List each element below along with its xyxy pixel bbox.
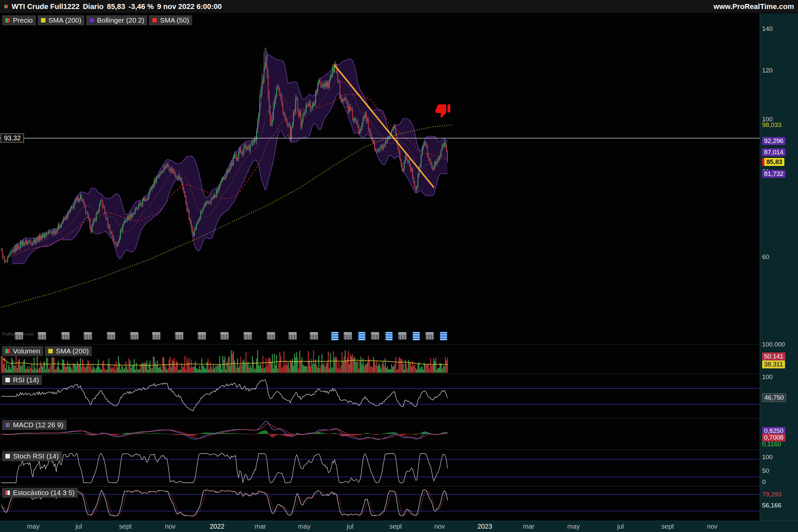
axis-label: 56,166: [762, 501, 781, 509]
main-chart-legend: PrecioSMA (200)Bollinger (20 2)SMA (50): [2, 15, 192, 25]
legend-rsi[interactable]: RSI (14): [2, 375, 42, 385]
calendar-icon[interactable]: [220, 332, 229, 340]
legend-estocastico-swatch: [5, 490, 10, 495]
legend-rsi-label: RSI (14): [13, 376, 39, 384]
legend-sma50-swatch: [152, 18, 157, 23]
document-icon[interactable]: [440, 332, 447, 341]
panel-separator: [0, 486, 760, 487]
legend-precio[interactable]: Precio: [2, 15, 36, 25]
axis-label: 98,033: [762, 121, 781, 129]
legend-sma50-label: SMA (50): [160, 16, 189, 24]
calendar-icon[interactable]: [309, 332, 318, 340]
price-chart-canvas[interactable]: [0, 13, 760, 344]
legend-precio-label: Precio: [13, 16, 33, 24]
timeframe-label: Diario: [83, 2, 103, 11]
calendar-icon[interactable]: [107, 332, 115, 340]
document-icon[interactable]: [413, 332, 420, 341]
axis-label: 46,750: [762, 393, 786, 402]
axis-label: 140: [762, 25, 773, 33]
time-label: sept: [661, 523, 674, 530]
calendar-icon[interactable]: [425, 332, 434, 340]
legend-volumen-label: Volumen: [13, 347, 40, 355]
stoch-rsi-panel-canvas[interactable]: [0, 450, 760, 486]
calendar-icon[interactable]: [175, 332, 184, 340]
legend-estocastico-label: Estocástico (14 3 5): [13, 489, 75, 497]
document-icon[interactable]: [358, 332, 365, 341]
price-level-tag[interactable]: 93,32: [1, 134, 24, 142]
axis-label: 50.141: [762, 353, 785, 360]
time-label: may: [567, 523, 580, 530]
calendar-icon[interactable]: [267, 332, 275, 340]
legend-bollinger-swatch: [89, 18, 94, 23]
thumbs-down-icon: [435, 102, 451, 118]
legend-volumen[interactable]: Volumen: [2, 346, 43, 356]
time-label: sept: [119, 523, 132, 530]
calendar-icon[interactable]: [288, 332, 297, 340]
axis-label: 81,732: [762, 170, 785, 178]
legend-precio-swatch: [5, 18, 10, 23]
calendar-icon[interactable]: [38, 332, 46, 340]
time-label: jul: [75, 523, 82, 530]
calendar-icon[interactable]: [152, 332, 160, 340]
axis-label: 60: [762, 253, 769, 261]
time-label: 2023: [477, 523, 492, 530]
panel-separator: [0, 418, 760, 419]
time-label: nov: [434, 523, 445, 530]
legend-stochrsi-label: Stoch RSI (14): [13, 452, 59, 460]
legend-vol-sma200-label: SMA (200): [56, 347, 89, 355]
thumbs-down-annotation[interactable]: [435, 102, 451, 120]
calendar-icon[interactable]: [243, 332, 252, 340]
time-label: may: [298, 523, 310, 530]
calendar-icon[interactable]: [343, 332, 352, 340]
event-icons-row: [0, 331, 760, 341]
calendar-icon[interactable]: [83, 332, 92, 340]
prorealtime-link[interactable]: www.ProRealTime.com: [714, 2, 794, 11]
rsi-legend: RSI (14): [2, 375, 42, 385]
stoch-rsi-legend: Stoch RSI (14): [2, 451, 62, 461]
document-icon[interactable]: [385, 332, 393, 341]
time-label: nov: [707, 523, 718, 530]
time-axis[interactable]: mayjulseptnov2022marmayjulseptnov2023mar…: [0, 521, 798, 532]
legend-estocastico[interactable]: Estocástico (14 3 5): [2, 488, 78, 498]
axis-label: 50: [762, 467, 769, 475]
legend-sma200-label: SMA (200): [49, 16, 81, 24]
legend-macd-label: MACD (12 26 9): [13, 421, 63, 429]
legend-sma50[interactable]: SMA (50): [149, 15, 192, 25]
axis-label: 85,83: [762, 158, 784, 166]
time-label: may: [27, 523, 40, 530]
legend-vol-sma200[interactable]: SMA (200): [45, 346, 92, 356]
change-percent: -3,46 %: [129, 2, 154, 11]
legend-rsi-swatch: [5, 377, 10, 383]
legend-bollinger[interactable]: Bollinger (20 2): [86, 15, 147, 25]
axis-label: 92,296: [762, 137, 785, 145]
legend-sma200[interactable]: SMA (200): [38, 15, 84, 25]
trading-chart-window: WTI Crude Full1222 Diario 85,83 -3,46 % …: [0, 0, 798, 532]
axis-label: 120: [762, 66, 773, 75]
calendar-icon[interactable]: [398, 332, 407, 340]
price-axis[interactable]: 140120100806098,03392,29687,01485,8381,7…: [760, 13, 798, 521]
rsi-panel-canvas[interactable]: [0, 374, 760, 418]
legend-vol-sma200-swatch: [48, 348, 53, 354]
axis-label: 0: [762, 478, 766, 486]
macd-panel-canvas[interactable]: [0, 418, 760, 450]
time-label: nov: [165, 523, 175, 530]
instrument-icon: [4, 4, 8, 8]
legend-stochrsi[interactable]: Stoch RSI (14): [2, 451, 62, 461]
calendar-icon[interactable]: [15, 332, 23, 340]
calendar-icon[interactable]: [371, 332, 379, 340]
calendar-icon[interactable]: [61, 332, 70, 340]
calendar-icon[interactable]: [130, 332, 139, 340]
legend-stochrsi-swatch: [5, 454, 10, 459]
document-icon[interactable]: [331, 332, 339, 341]
axis-label: 0,1160: [762, 440, 781, 448]
axis-label: 38.311: [762, 360, 785, 368]
legend-sma200-swatch: [41, 18, 46, 23]
legend-volumen-swatch: [5, 348, 10, 354]
panel-separator: [0, 374, 760, 374]
time-label: jul: [347, 523, 354, 530]
time-label: mar: [255, 523, 266, 530]
stochastic-panel-canvas[interactable]: [0, 486, 760, 521]
legend-macd[interactable]: MACD (12 26 9): [2, 420, 66, 430]
volume-panel-canvas[interactable]: [0, 344, 760, 374]
calendar-icon[interactable]: [197, 332, 206, 340]
